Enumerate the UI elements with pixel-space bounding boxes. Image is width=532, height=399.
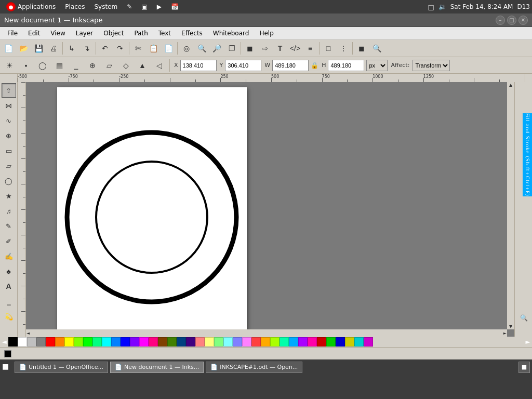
sys-icon-2[interactable]: ▣ — [137, 2, 151, 11]
inner-circle[interactable] — [96, 162, 207, 273]
snap-grid[interactable]: ▤ — [52, 58, 66, 73]
paint-bucket[interactable]: ♣ — [2, 264, 16, 278]
obj-props[interactable]: ≡ — [303, 41, 317, 56]
color-swatch[interactable] — [326, 337, 336, 347]
color-swatch[interactable] — [261, 337, 270, 347]
canvas-area[interactable]: ↙ ▲ ▼ ◄ ► — [26, 82, 514, 337]
places-menu[interactable]: Places — [61, 2, 89, 11]
color-swatch[interactable] — [149, 337, 158, 347]
save-button[interactable]: 💾 — [31, 41, 46, 56]
maximize-button[interactable]: □ — [507, 16, 516, 25]
palette-scroll-right[interactable]: ► — [524, 337, 532, 347]
scroll-right-button[interactable]: ► — [503, 330, 507, 336]
palette-scroll-left[interactable]: ◄ — [0, 337, 8, 347]
color-swatch[interactable] — [121, 337, 130, 347]
node-tool-button[interactable]: ⋈ — [2, 98, 16, 113]
cube-tool[interactable]: ▱ — [2, 158, 16, 173]
sys-icon-4[interactable]: 📅 — [167, 2, 183, 11]
scroll-up-button[interactable]: ▲ — [509, 82, 513, 88]
menu-file[interactable]: File — [2, 29, 23, 38]
pencil-tool[interactable]: ✎ — [2, 219, 16, 233]
sys-icon-1[interactable]: ✎ — [123, 2, 136, 11]
snap-angle[interactable]: ▲ — [135, 58, 150, 73]
redo-button[interactable]: ↷ — [113, 41, 127, 56]
connector-tool[interactable]: ⎯ — [2, 294, 16, 309]
menu-text[interactable]: Text — [153, 29, 176, 38]
sys-volume[interactable]: 🔉 — [438, 3, 446, 10]
fill-stroke-tab[interactable]: Fill and Stroke (Shift+Ctrl+F) — [523, 113, 532, 196]
color-swatch[interactable] — [55, 337, 64, 347]
vertical-scrollbar[interactable]: ▲ ▼ — [507, 82, 514, 329]
outer-circle[interactable] — [67, 132, 236, 302]
calligraphy-tool[interactable]: ✍ — [2, 249, 16, 263]
applications-menu[interactable]: Applications — [18, 3, 56, 10]
taskbar-item-0[interactable]: 📄 Untitled 1 — OpenOffice... — [15, 362, 108, 373]
taskbar-end-button[interactable]: ■ — [518, 362, 530, 373]
text-tool-main[interactable]: T — [273, 41, 287, 56]
color-swatch[interactable] — [18, 337, 27, 347]
star-tool[interactable]: ★ — [2, 189, 16, 203]
snap-guide[interactable]: ⎯ — [69, 58, 83, 73]
color-swatch[interactable] — [177, 337, 186, 347]
color-swatch[interactable] — [167, 337, 177, 347]
menu-object[interactable]: Object — [98, 29, 129, 38]
fill-stroke[interactable]: ◼ — [354, 41, 369, 56]
color-swatch[interactable] — [251, 337, 261, 347]
color-swatch[interactable] — [242, 337, 251, 347]
affect-select[interactable]: Transform — [413, 60, 450, 71]
cut-button[interactable]: ✄ — [131, 41, 145, 56]
color-swatch[interactable] — [345, 337, 354, 347]
color-swatch[interactable] — [46, 337, 55, 347]
menu-whiteboard[interactable]: Whiteboard — [208, 29, 255, 38]
system-menu[interactable]: System — [90, 2, 122, 11]
color-swatch[interactable] — [111, 337, 121, 347]
scroll-left-button[interactable]: ◄ — [26, 330, 30, 336]
node-editor[interactable]: ◼ — [243, 41, 257, 56]
lock-icon[interactable]: 🔒 — [311, 62, 318, 69]
snap-center[interactable]: ⊕ — [85, 58, 100, 73]
color-swatch[interactable] — [83, 337, 92, 347]
copy-button[interactable]: 📋 — [146, 41, 161, 56]
color-swatch[interactable] — [270, 337, 280, 347]
paste-button[interactable]: 📄 — [161, 41, 176, 56]
open-button[interactable]: 📂 — [16, 41, 31, 56]
horizontal-scrollbar[interactable]: ◄ ► — [26, 329, 507, 337]
h-input[interactable] — [328, 60, 364, 71]
scroll-down-button[interactable]: ▼ — [509, 324, 513, 329]
rect-tool[interactable]: ▭ — [2, 143, 16, 158]
color-swatch[interactable] — [336, 337, 345, 347]
color-swatch[interactable] — [205, 337, 214, 347]
color-swatch[interactable] — [27, 337, 36, 347]
color-swatch[interactable] — [364, 337, 373, 347]
menu-edit[interactable]: Edit — [23, 29, 45, 38]
sys-icon-3[interactable]: ▶ — [153, 2, 166, 11]
color-swatch[interactable] — [74, 337, 83, 347]
import-button[interactable]: ↳ — [64, 41, 79, 56]
snap-bbox[interactable]: ◯ — [35, 58, 50, 73]
app-logo[interactable]: ● Applications — [2, 1, 60, 12]
snap-node2[interactable]: ◇ — [118, 58, 133, 73]
tweak-tool[interactable]: ∿ — [2, 113, 16, 128]
minimize-button[interactable]: – — [496, 16, 505, 25]
zoom-out[interactable]: 🔎 — [209, 41, 224, 56]
close-button[interactable]: ✕ — [518, 16, 528, 25]
select-tool-button[interactable]: ⇧ — [2, 83, 16, 98]
select-tool[interactable]: ⇨ — [258, 41, 272, 56]
menu-help[interactable]: Help — [254, 29, 278, 38]
color-swatch[interactable] — [354, 337, 364, 347]
color-swatch[interactable] — [289, 337, 298, 347]
dropper-panel-icon[interactable]: 🔍 — [516, 311, 531, 325]
color-swatch[interactable] — [233, 337, 242, 347]
snap-toggle[interactable]: ☀ — [2, 58, 17, 73]
circle-tool[interactable]: ◯ — [2, 174, 16, 188]
x-input[interactable] — [180, 60, 217, 71]
print-button[interactable]: 🖨 — [46, 41, 61, 56]
color-swatch[interactable] — [36, 337, 46, 347]
zoom-in[interactable]: 🔍 — [194, 41, 209, 56]
color-swatch[interactable] — [64, 337, 74, 347]
color-swatch[interactable] — [308, 337, 317, 347]
color-swatch[interactable] — [195, 337, 205, 347]
new-button[interactable]: 📄 — [1, 41, 16, 56]
menu-view[interactable]: View — [45, 29, 70, 38]
zoom-fit[interactable]: ❐ — [224, 41, 239, 56]
